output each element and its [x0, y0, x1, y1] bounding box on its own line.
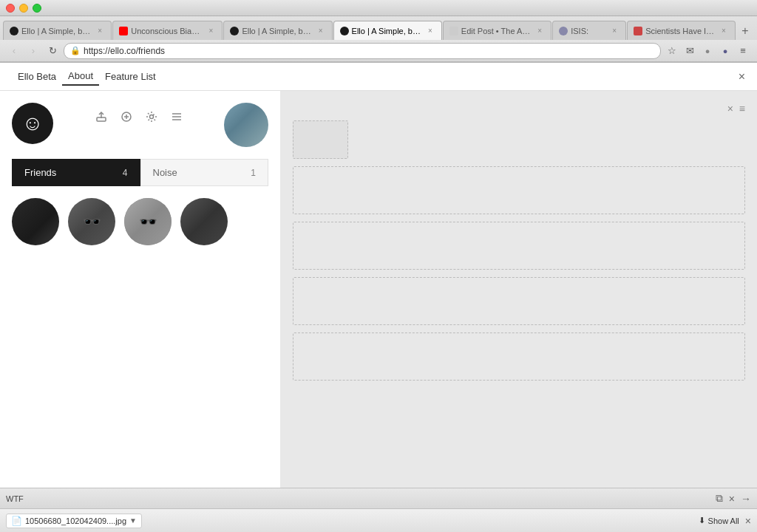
download-file-icon: 📄	[11, 516, 22, 526]
download-bar: 📄 10506680_102042409....jpg ▼ ⬇ Show All…	[0, 508, 757, 532]
stream-tabs: Friends 4 Noise 1	[12, 159, 268, 186]
tab-3-close[interactable]: ×	[316, 26, 326, 36]
download-arrow-icon[interactable]: ▼	[129, 516, 137, 525]
menu-post-icon[interactable]: ≡	[739, 103, 745, 115]
address-bar[interactable]: 🔒 https://ello.co/friends	[64, 43, 661, 59]
tab-2[interactable]: Unconscious Bias ... ×	[112, 21, 223, 40]
tab-friends[interactable]: Friends 4	[12, 159, 140, 186]
friends-grid: 🕶️ 🕶️	[12, 198, 268, 245]
add-icon[interactable]	[118, 109, 135, 125]
tab-5-favicon	[449, 27, 458, 35]
bottom-arrow-icon[interactable]: →	[741, 493, 751, 505]
show-all-button[interactable]: ⬇ Show All	[699, 516, 739, 525]
settings-icon[interactable]	[143, 109, 160, 125]
tab-7-label: Scientists Have In...	[645, 27, 716, 35]
nav-tools: ☆ ✉ ● ● ≡	[664, 43, 751, 59]
back-button[interactable]: ‹	[6, 43, 22, 59]
share-icon[interactable]	[93, 109, 109, 125]
post-placeholder-2	[293, 222, 745, 270]
tab-2-close[interactable]: ×	[206, 26, 216, 36]
tab-2-label: Unconscious Bias ...	[131, 27, 203, 35]
app-nav: Ello Beta About Feature List ×	[0, 63, 757, 91]
addon-button-1[interactable]: ●	[699, 43, 716, 59]
download-bar-close[interactable]: ×	[745, 515, 751, 527]
app-content: Ello Beta About Feature List × ☺	[0, 63, 757, 508]
tab-4-close[interactable]: ×	[425, 26, 435, 36]
tab-3-favicon	[230, 27, 239, 35]
friend-avatar-2[interactable]: 🕶️	[68, 198, 115, 245]
tab-7-close[interactable]: ×	[719, 26, 729, 36]
tab-3[interactable]: Ello | A Simple, be... ×	[223, 21, 332, 40]
tab-6-close[interactable]: ×	[609, 26, 619, 36]
nav-feature-list[interactable]: Feature List	[99, 68, 162, 85]
left-panel: ☺	[0, 91, 281, 488]
tab-4-favicon	[340, 27, 349, 35]
profile-actions	[93, 103, 185, 125]
tab-1-close[interactable]: ×	[95, 26, 105, 36]
post-placeholder-4	[293, 332, 745, 381]
tab-6-label: ISIS:	[571, 27, 588, 35]
tab-7-favicon	[634, 27, 642, 35]
app-nav-close-button[interactable]: ×	[739, 70, 745, 83]
menu-button[interactable]: ≡	[735, 43, 751, 59]
tab-5[interactable]: Edit Post • The Ap... ×	[443, 21, 551, 40]
forward-button[interactable]: ›	[25, 43, 41, 59]
tab-friends-count: 4	[123, 168, 128, 178]
wtf-label: WTF	[6, 494, 24, 503]
tab-noise[interactable]: Noise 1	[140, 159, 269, 186]
tab-bar: Ello | A Simple, be... × Unconscious Bia…	[0, 16, 757, 40]
close-post-icon[interactable]: ×	[727, 103, 733, 115]
url-text: https://ello.co/friends	[84, 46, 165, 56]
tab-5-label: Edit Post • The Ap...	[461, 27, 532, 35]
friend-avatar-3[interactable]: 🕶️	[124, 198, 172, 245]
nav-ello-beta[interactable]: Ello Beta	[12, 68, 62, 85]
friend-avatar-4[interactable]	[180, 198, 228, 245]
profile-logo-symbol: ☺	[22, 113, 44, 134]
bottom-close-icon[interactable]: ×	[729, 493, 735, 505]
svg-rect-0	[97, 117, 106, 121]
copy-icon[interactable]: ⧉	[716, 492, 723, 505]
bottom-actions: ⧉ × →	[716, 492, 751, 505]
friend-avatar-1[interactable]	[12, 198, 59, 245]
post-placeholder-small-wrapper	[293, 120, 745, 159]
profile-logo: ☺	[12, 103, 53, 144]
reload-button[interactable]: ↻	[44, 43, 61, 59]
browser-chrome: Ello | A Simple, be... × Unconscious Bia…	[0, 16, 757, 63]
close-window-button[interactable]	[6, 4, 15, 13]
svg-point-4	[149, 115, 153, 119]
show-all-label: Show All	[708, 516, 739, 525]
post-placeholder-3	[293, 277, 745, 325]
tab-5-close[interactable]: ×	[534, 26, 545, 36]
post-placeholder-1	[293, 166, 745, 214]
email-button[interactable]: ✉	[682, 43, 698, 59]
user-avatar[interactable]	[224, 103, 268, 147]
bottom-bar: WTF ⧉ × →	[0, 488, 757, 508]
new-tab-button[interactable]: +	[736, 22, 754, 40]
download-item[interactable]: 📄 10506680_102042409....jpg ▼	[6, 514, 142, 528]
right-panel: × ≡	[281, 91, 757, 488]
main-layout: ☺	[0, 91, 757, 488]
lock-icon: 🔒	[70, 46, 81, 55]
maximize-window-button[interactable]	[33, 4, 41, 13]
hamburger-icon[interactable]	[169, 109, 185, 125]
post-placeholder-small	[293, 120, 348, 159]
tab-4-label: Ello | A Simple, be...	[352, 27, 422, 35]
tab-3-label: Ello | A Simple, be...	[242, 27, 312, 35]
tab-6-favicon	[559, 27, 568, 35]
nav-about[interactable]: About	[62, 67, 99, 86]
tab-7[interactable]: Scientists Have In... ×	[627, 21, 736, 40]
tab-1[interactable]: Ello | A Simple, be... ×	[3, 21, 112, 40]
tab-1-label: Ello | A Simple, be...	[21, 27, 92, 35]
show-all-icon: ⬇	[699, 516, 705, 525]
addon-button-2[interactable]: ●	[717, 43, 733, 59]
bookmark-button[interactable]: ☆	[664, 43, 680, 59]
tab-4[interactable]: Ello | A Simple, be... ×	[333, 21, 442, 40]
right-panel-header: × ≡	[293, 103, 745, 115]
minimize-window-button[interactable]	[19, 4, 28, 13]
tab-6[interactable]: ISIS: ×	[552, 21, 626, 40]
tab-1-favicon	[10, 27, 18, 35]
tab-friends-label: Friends	[24, 167, 56, 178]
title-bar	[0, 0, 757, 16]
tab-noise-label: Noise	[153, 167, 177, 178]
download-filename: 10506680_102042409....jpg	[25, 516, 126, 525]
